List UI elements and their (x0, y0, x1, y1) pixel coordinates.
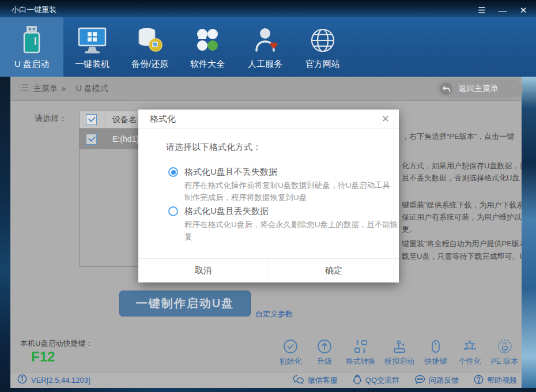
check-circle-icon (283, 339, 298, 354)
option-keep-data-desc: 程序在格式化操作前将复制U盘数据到硬盘，待U盘启动工具制作完成后，程序将数据恢复… (184, 179, 392, 203)
dialog-title: 格式化 (150, 114, 176, 125)
back-arrow-icon (440, 82, 452, 95)
help-video-link[interactable]: 帮助视频 (474, 374, 517, 386)
wechat-support-link[interactable]: 微信客服 (293, 374, 338, 386)
toolbar-item-personalize[interactable]: 个性化 (457, 339, 482, 367)
device-checkbox[interactable] (86, 134, 97, 145)
upgrade-arrow-icon (317, 339, 332, 354)
mouse-icon (428, 339, 443, 354)
back-button-label: 返回主菜单 (458, 84, 499, 94)
option-lose-data-desc: 程序在格式化U盘后，将会永久删除您U盘上的数据，且不能恢复 (184, 218, 399, 243)
title-bar: 小白一键重装 ☰ ― ✕ (0, 0, 536, 17)
select-all-checkbox[interactable] (86, 114, 97, 125)
info-icon (17, 374, 27, 386)
version-text: VER[2.5.44.1203] (31, 376, 90, 385)
instruction-text-line: 化方式，如果用户想保存U盘数据，就 (402, 161, 522, 171)
wechat-icon (293, 375, 304, 386)
bottom-toolbar: 初始化 升级 格式转换 (278, 339, 518, 367)
nav-item-label: 官方网站 (305, 59, 340, 70)
custom-params-link[interactable]: 自定义参数 (255, 309, 293, 319)
cancel-button[interactable]: 取消 (138, 259, 269, 282)
wallpaper-right-strip (522, 77, 536, 388)
nav-item-label: 备份/还原 (131, 59, 168, 70)
instruction-text-line: 保证用户有系统可装，为用户维护以 (402, 212, 522, 223)
toolbar-item-pe-version[interactable]: PE PE 版本 (491, 339, 518, 367)
nav-item-label: 软件大全 (190, 59, 225, 70)
backup-disks-icon (135, 24, 165, 54)
option-keep-data-title[interactable]: 格式化U盘且不丢失数据 (184, 167, 277, 178)
boot-hotkey-value: F12 (31, 349, 55, 365)
list-icon (18, 84, 29, 94)
person-heart-icon (252, 24, 278, 54)
svg-text:PE: PE (502, 342, 508, 346)
breadcrumb-current: U 盘模式 (76, 84, 108, 94)
select-device-label: 请选择： (35, 114, 67, 124)
window-controls: ☰ ― ✕ (477, 3, 528, 14)
breadcrumb-root[interactable]: 主菜单 (33, 84, 58, 94)
instruction-text-line: 更。 (402, 224, 522, 235)
toolbar-item-initialize[interactable]: 初始化 (278, 339, 303, 367)
nav-item-support[interactable]: 人工服务 (236, 17, 294, 77)
feedback-bubble-icon (414, 375, 425, 386)
status-links: 微信客服 QQ交流群 问题反馈 (293, 374, 517, 386)
toolbar-item-simulate-boot[interactable]: 模拟启动 (384, 339, 414, 367)
dialog-close-icon[interactable]: ✕ (382, 114, 390, 124)
nav-item-usb-boot[interactable]: U 盘启动 (0, 17, 63, 77)
wallpaper-bottom-strip (0, 388, 536, 392)
qq-group-link[interactable]: QQ交流群 (353, 374, 399, 386)
nav-item-software[interactable]: 软件大全 (179, 17, 236, 77)
globe-icon (309, 24, 337, 54)
nav-item-one-key-install[interactable]: 一键装机 (63, 17, 121, 77)
toolbar-item-hotkeys[interactable]: 快捷键 (423, 339, 448, 367)
toolbar-item-upgrade[interactable]: 升级 (312, 339, 337, 367)
minimize-icon[interactable]: ― (498, 6, 507, 14)
chevron-right-icon: ▶ (62, 85, 67, 92)
pe-version-icon: PE (497, 339, 512, 354)
dialog-prompt: 请选择以下格式化方式： (166, 142, 261, 153)
feedback-link[interactable]: 问题反馈 (414, 374, 459, 386)
option-lose-data-title[interactable]: 格式化U盘且丢失数据 (184, 206, 269, 217)
confirm-button[interactable]: 确定 (269, 259, 399, 282)
nav-item-label: 人工服务 (248, 59, 282, 70)
monitor-icon (77, 24, 107, 54)
format-convert-icon (353, 339, 368, 354)
header-divider (104, 115, 104, 125)
radio-keep-data[interactable] (168, 167, 178, 177)
instruction-text-line: 键重装"提供系统下载，为用户下载系 (402, 200, 522, 210)
qq-icon (353, 374, 362, 386)
boot-hotkey-label: 本机U盘启动快捷键： (20, 338, 93, 349)
dialog-footer: 取消 确定 (138, 258, 399, 282)
version-info[interactable]: VER[2.5.44.1203] (17, 374, 90, 386)
toolbar-item-format-convert[interactable]: 格式转换 (346, 339, 376, 367)
instruction-text-line: 且不丢失数据，否则选择格式化U盘 (402, 173, 522, 183)
device-name-column: 设备名 (112, 115, 137, 125)
nav-item-backup-restore[interactable]: 备份/还原 (121, 17, 179, 77)
app-window: 小白一键重装 ☰ ― ✕ U 盘启动 (0, 0, 536, 392)
wallpaper-left-strip (0, 77, 10, 388)
nav-item-label: U 盘启动 (14, 59, 49, 70)
dialog-header: 格式化 ✕ (138, 110, 399, 129)
radio-lose-data[interactable] (168, 206, 178, 216)
sparkle-icon (462, 339, 477, 354)
instruction-text-line: 键重装"将全程自动为用户提供PE版本 (402, 239, 522, 249)
make-boot-usb-button[interactable]: 一键制作启动U盘 (119, 291, 251, 316)
software-grid-icon (194, 24, 221, 54)
back-to-main-button[interactable]: 返回主菜单 (436, 80, 523, 97)
status-bar: VER[2.5.44.1203] 微信客服 QQ交流 (10, 372, 522, 388)
help-circle-icon (474, 375, 484, 386)
joystick-icon (392, 339, 407, 354)
window-title: 小白一键重装 (12, 2, 477, 15)
instruction-text-line: 载至U盘，只需等待下载完成即可。U (402, 251, 522, 262)
close-icon[interactable]: ✕ (519, 6, 528, 14)
nav-item-label: 一键装机 (75, 59, 110, 70)
instruction-text-line: ，右下角选择“PE版本”，点击一键 (402, 131, 522, 142)
nav-item-website[interactable]: 官方网站 (294, 17, 352, 77)
nav-bar: U 盘启动 一键装机 (0, 17, 536, 77)
menu-icon[interactable]: ☰ (477, 6, 486, 14)
format-dialog: 格式化 ✕ 请选择以下格式化方式： 格式化U盘且不丢失数据 程序在格式化操作前将… (138, 110, 399, 282)
usb-drive-icon (21, 24, 43, 54)
breadcrumb: 主菜单 ▶ U 盘模式 返回主菜单 (10, 77, 522, 101)
